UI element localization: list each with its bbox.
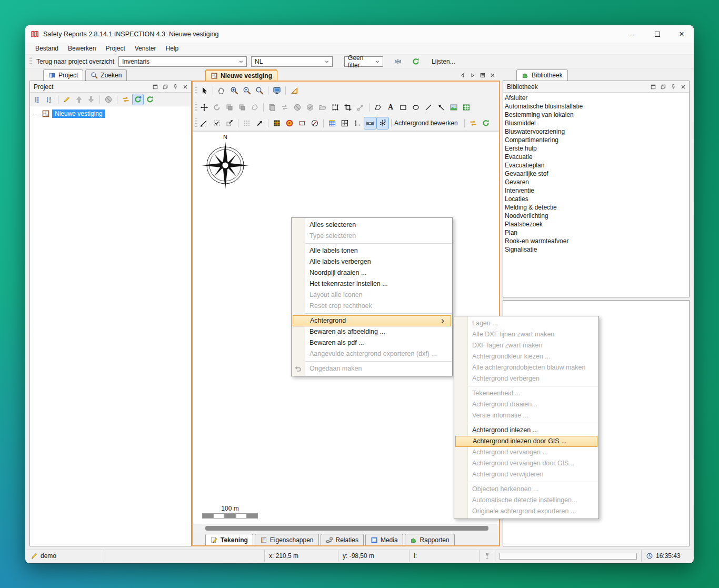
list-item[interactable]: Blusmiddel — [505, 119, 689, 127]
bring-forward-icon[interactable] — [236, 102, 248, 113]
sort-hierarchy-icon[interactable] — [32, 94, 43, 105]
menu-venster[interactable]: Venster — [130, 43, 161, 54]
menu-item-layout-alle-iconen[interactable]: Layout alle iconen — [292, 290, 452, 301]
rename-icon[interactable] — [62, 94, 72, 105]
scalebar-toggle-icon[interactable] — [364, 117, 376, 129]
menu-item-reset-crop[interactable]: Reset crop rechthoek — [292, 301, 452, 312]
ellipse-tool-icon[interactable] — [410, 102, 422, 113]
fit-screen-icon[interactable] — [271, 85, 283, 96]
measure-icon[interactable] — [288, 85, 300, 96]
replace-icon[interactable] — [279, 102, 291, 113]
menu-item-alle-labels-verbergen[interactable]: Alle labels verbergen — [292, 256, 452, 267]
list-item[interactable]: Rook-en warmteafvoer — [505, 237, 689, 245]
toolbar-grip[interactable] — [195, 103, 197, 112]
target-icon[interactable] — [284, 117, 295, 129]
tree-item-nieuwe-vestiging[interactable]: Nieuwe vestiging — [31, 108, 190, 119]
submenu-item-originele-achtergrond-exporteren[interactable]: Originele achtergrond exporteren ... — [454, 506, 598, 517]
list-item[interactable]: Locaties — [505, 195, 689, 203]
zoom-window-icon[interactable] — [254, 85, 265, 96]
list-item[interactable]: Melding & detectie — [505, 203, 689, 212]
language-combobox[interactable]: NL — [251, 56, 333, 67]
restore-icon[interactable] — [162, 84, 168, 90]
move-icon[interactable] — [198, 102, 210, 113]
zoom-out-icon[interactable] — [241, 85, 253, 96]
compass-tool-icon[interactable] — [309, 117, 321, 129]
close-tab-icon[interactable] — [490, 72, 496, 78]
stretch-icon[interactable] — [355, 102, 366, 113]
tab-media[interactable]: Media — [365, 534, 403, 545]
tab-relaties[interactable]: Relaties — [321, 534, 364, 545]
submenu-item-lagen[interactable]: Lagen ... — [454, 318, 598, 329]
pan-tool-icon[interactable] — [216, 85, 227, 96]
scrollbar-thumb[interactable] — [205, 526, 488, 531]
swap-icon[interactable] — [121, 94, 131, 105]
minimize-button[interactable]: – — [621, 25, 645, 43]
list-item[interactable]: Gevaren — [505, 178, 689, 186]
maximize-icon[interactable] — [152, 84, 158, 90]
table-tool-icon[interactable] — [461, 102, 472, 113]
refresh-icon[interactable] — [412, 57, 420, 66]
tab-tekening[interactable]: Tekening — [205, 534, 253, 545]
submenu-item-achtergrond-draaien[interactable]: Achtergrond draaien... — [454, 399, 598, 410]
list-item[interactable]: Evacuatie — [505, 153, 689, 161]
approve-icon[interactable] — [304, 102, 316, 113]
list-item[interactable]: Eerste hulp — [505, 144, 689, 153]
list-item[interactable]: Bluswatervoorziening — [505, 127, 689, 136]
submenu-item-achtergrond-verwijderen[interactable]: Achtergrond verwijderen — [454, 469, 598, 480]
menu-item-tekenraster-instellen[interactable]: Het tekenraster instellen ... — [292, 278, 452, 290]
toolbar-grip[interactable] — [195, 86, 197, 95]
tab-rapporten[interactable]: Rapporten — [405, 534, 455, 545]
tab-nieuwe-vestiging[interactable]: Nieuwe vestiging — [205, 69, 277, 81]
list-item[interactable]: Noodverlichting — [505, 212, 689, 220]
swap-icon[interactable] — [467, 117, 479, 129]
list-item[interactable]: Signalisatie — [505, 245, 689, 254]
duplicate-icon[interactable] — [224, 117, 235, 129]
submenu-item-achtergrond-vervangen[interactable]: Achtergrond vervangen ... — [454, 447, 598, 458]
snap-line-icon[interactable] — [198, 117, 210, 129]
lasso-icon[interactable] — [249, 102, 261, 113]
forbid-icon[interactable] — [292, 102, 303, 113]
list-item[interactable]: Interventie — [505, 186, 689, 195]
submenu-item-achtergrond-verbergen[interactable]: Achtergrond verbergen — [454, 373, 598, 384]
tab-list-icon[interactable] — [480, 72, 486, 78]
axes-icon[interactable] — [352, 117, 363, 129]
toolbar-grip[interactable] — [195, 118, 197, 128]
close-button[interactable]: × — [670, 25, 694, 43]
crop-icon[interactable] — [342, 102, 354, 113]
send-backward-icon[interactable] — [224, 102, 235, 113]
submenu-item-dxf-lijnen-zwart[interactable]: Alle DXF lijnen zwart maken — [454, 329, 598, 340]
open-icon[interactable] — [317, 102, 328, 113]
list-item[interactable]: Plaatsbezoek — [505, 220, 689, 228]
menu-item-achtergrond[interactable]: Achtergrond — [293, 315, 451, 326]
back-to-overview-link[interactable]: Terug naar project overzicht — [36, 58, 114, 65]
submenu-item-objecten-blauw[interactable]: Alle achtergrondobjecten blauw maken — [454, 362, 598, 373]
maximize-button[interactable] — [645, 25, 670, 43]
submenu-item-versie-informatie[interactable]: Versie informatie ... — [454, 410, 598, 421]
crop-rect-icon[interactable] — [329, 102, 341, 113]
block-icon[interactable] — [103, 94, 114, 105]
menu-project[interactable]: Project — [101, 43, 129, 54]
pin-icon[interactable] — [172, 84, 178, 90]
menu-bewerken[interactable]: Bewerken — [63, 43, 101, 54]
grid-blue-icon[interactable] — [326, 117, 338, 129]
line-tool-icon[interactable] — [423, 102, 434, 113]
toolbar-grip[interactable] — [29, 57, 32, 66]
list-item[interactable]: Bestemming van lokalen — [505, 111, 689, 119]
prev-tab-icon[interactable] — [460, 72, 466, 78]
snap-grid-icon[interactable] — [211, 117, 223, 129]
refresh-icon[interactable] — [145, 94, 155, 105]
list-item[interactable]: Compartimentering — [505, 136, 689, 144]
list-item[interactable]: Gevaarlijke stof — [505, 170, 689, 178]
close-icon[interactable] — [182, 84, 188, 90]
refresh-icon[interactable] — [480, 117, 492, 129]
list-item[interactable]: Afsluiter — [505, 94, 689, 102]
text-tool-icon[interactable]: A — [385, 102, 396, 113]
filter-icon[interactable] — [394, 57, 402, 66]
submenu-item-detectie-instellingen[interactable]: Automatische detectie instellingen... — [454, 495, 598, 506]
inventory-combobox[interactable]: Inventaris — [118, 56, 247, 67]
move-down-icon[interactable] — [86, 94, 96, 105]
submenu-item-achtergrond-vervangen-gis[interactable]: Achtergrond vervangen door GIS... — [454, 458, 598, 469]
arrow-tool-icon[interactable] — [435, 102, 447, 113]
tab-eigenschappen[interactable]: Eigenschappen — [255, 534, 319, 545]
maximize-icon[interactable] — [650, 84, 656, 90]
